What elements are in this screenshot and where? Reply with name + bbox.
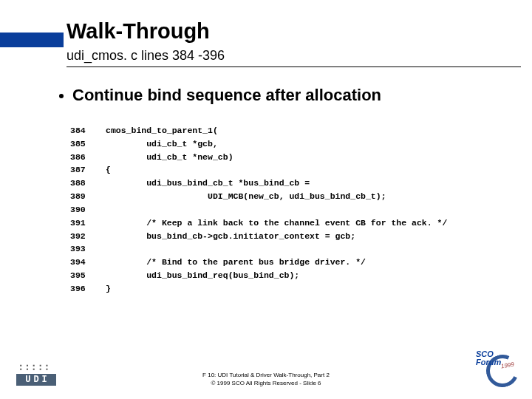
code-line: 384cmos_bind_to_parent_1( xyxy=(70,124,447,137)
title-bar: Walk-Through udi_cmos. c lines 384 -396 xyxy=(0,15,532,58)
line-number: 394 xyxy=(70,256,106,269)
sco-forum-logo: SCO Forum 1999 xyxy=(477,350,522,392)
code-text: udi_bus_bind_cb_t *bus_bind_cb = xyxy=(106,178,310,188)
code-line: 393 xyxy=(70,242,447,256)
line-number: 395 xyxy=(70,269,106,282)
code-line: 387{ xyxy=(70,163,447,177)
code-line: 386 udi_cb_t *new_cb) xyxy=(70,151,447,164)
bullet-dot-icon xyxy=(59,94,64,98)
footer-text: F 10: UDI Tutorial & Driver Walk-Through… xyxy=(0,371,532,387)
code-line: 395 udi_bus_bind_req(bus_bind_cb); xyxy=(70,269,447,282)
code-text: UDI_MCB(new_cb, udi_bus_bind_cb_t); xyxy=(106,191,386,201)
line-number: 396 xyxy=(70,282,106,296)
code-block: 384cmos_bind_to_parent_1(385 udi_cb_t *g… xyxy=(70,124,447,296)
code-line: 391 /* Keep a link back to the channel e… xyxy=(70,216,447,230)
slide-title: Walk-Through xyxy=(66,19,210,44)
footer-line1: F 10: UDI Tutorial & Driver Walk-Through… xyxy=(202,372,330,378)
code-text: { xyxy=(106,165,111,174)
line-number: 384 xyxy=(70,124,106,137)
accent-block xyxy=(0,33,64,47)
code-text: cmos_bind_to_parent_1( xyxy=(106,126,218,135)
code-text: udi_cb_t *new_cb) xyxy=(106,152,233,162)
footer-line2: © 1999 SCO All Rights Reserved - Slide 6 xyxy=(211,380,321,386)
line-number: 393 xyxy=(70,242,106,256)
code-line: 385 udi_cb_t *gcb, xyxy=(70,137,447,151)
line-number: 386 xyxy=(70,151,106,164)
code-text: udi_cb_t *gcb, xyxy=(106,139,218,149)
line-number: 388 xyxy=(70,177,106,190)
code-text: } xyxy=(106,284,111,293)
line-number: 390 xyxy=(70,203,106,216)
code-line: 389 UDI_MCB(new_cb, udi_bus_bind_cb_t); xyxy=(70,190,447,203)
code-text: udi_bus_bind_req(bus_bind_cb); xyxy=(106,270,299,280)
bullet-item: Continue bind sequence after allocation xyxy=(59,86,381,105)
code-line: 388 udi_bus_bind_cb_t *bus_bind_cb = xyxy=(70,177,447,190)
sco-forum-text: SCO Forum xyxy=(476,350,501,366)
code-text: /* Bind to the parent bus bridge driver.… xyxy=(106,257,366,267)
code-line: 390 xyxy=(70,203,447,216)
line-number: 392 xyxy=(70,230,106,243)
line-number: 389 xyxy=(70,190,106,203)
title-underline xyxy=(66,66,521,67)
code-line: 394 /* Bind to the parent bus bridge dri… xyxy=(70,256,447,269)
code-line: 392 bus_bind_cb->gcb.initiator_context =… xyxy=(70,230,447,243)
code-text: bus_bind_cb->gcb.initiator_context = gcb… xyxy=(106,231,355,241)
line-number: 387 xyxy=(70,163,106,177)
code-line: 396} xyxy=(70,282,447,296)
code-text: /* Keep a link back to the channel event… xyxy=(106,218,447,228)
footer: ▪▪▪▪▪▪▪▪▪▪ UDI F 10: UDI Tutorial & Driv… xyxy=(0,347,532,399)
slide-subtitle: udi_cmos. c lines 384 -396 xyxy=(66,48,225,64)
bullet-text: Continue bind sequence after allocation xyxy=(72,86,381,105)
line-number: 391 xyxy=(70,216,106,230)
line-number: 385 xyxy=(70,137,106,151)
